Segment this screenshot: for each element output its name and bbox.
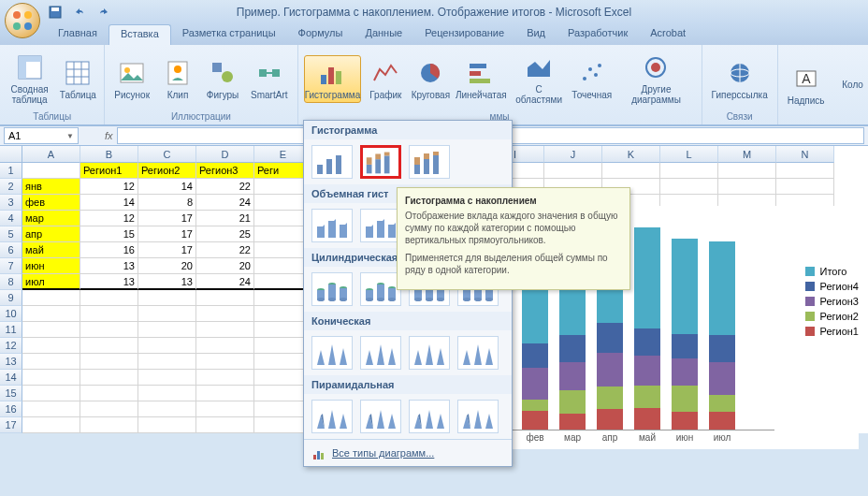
cell[interactable]: 24 xyxy=(196,195,254,211)
scatter-chart-button[interactable]: Точечная xyxy=(571,56,613,102)
cell[interactable]: 14 xyxy=(80,195,138,211)
tab-разработчик[interactable]: Разработчик xyxy=(557,24,639,45)
chart-subtype-option[interactable] xyxy=(360,145,401,179)
col-header[interactable]: D xyxy=(196,146,254,163)
cell[interactable] xyxy=(80,322,138,338)
col-header[interactable]: L xyxy=(660,146,718,163)
cell[interactable]: 12 xyxy=(80,211,138,226)
cell[interactable] xyxy=(138,338,196,354)
cell[interactable] xyxy=(80,306,138,322)
cell[interactable] xyxy=(138,306,196,322)
tab-рецензирование[interactable]: Рецензирование xyxy=(413,24,515,45)
cell[interactable]: 16 xyxy=(80,242,138,258)
cell[interactable] xyxy=(776,163,834,179)
pivot-table-button[interactable]: Сводная таблица xyxy=(6,51,53,107)
col-header[interactable]: N xyxy=(776,146,834,163)
save-icon[interactable] xyxy=(47,4,64,21)
cell[interactable] xyxy=(22,338,80,354)
cell[interactable]: июл xyxy=(22,274,80,290)
chart-subtype-option[interactable] xyxy=(311,209,353,242)
chart-subtype-option[interactable] xyxy=(360,400,401,433)
cell[interactable] xyxy=(80,338,138,354)
cell[interactable] xyxy=(196,338,254,354)
cell[interactable] xyxy=(196,386,254,401)
cell[interactable] xyxy=(196,322,254,338)
name-box[interactable]: A1▼ xyxy=(4,127,79,144)
cell[interactable]: фев xyxy=(22,195,80,211)
cell[interactable]: 21 xyxy=(196,211,254,226)
line-chart-button[interactable]: График xyxy=(365,56,406,102)
row-header[interactable]: 12 xyxy=(0,338,22,354)
row-header[interactable]: 11 xyxy=(0,322,22,338)
cell[interactable] xyxy=(138,290,196,306)
cell[interactable]: 24 xyxy=(196,274,254,290)
cell[interactable]: апр xyxy=(22,226,80,242)
tab-главная[interactable]: Главная xyxy=(47,24,108,45)
cell[interactable] xyxy=(80,401,138,417)
cell[interactable] xyxy=(138,370,196,386)
textbox-button[interactable]: A Надпись xyxy=(784,62,829,108)
undo-icon[interactable] xyxy=(71,4,88,21)
select-all-corner[interactable] xyxy=(0,146,22,163)
cell[interactable]: 22 xyxy=(196,179,254,195)
pie-chart-button[interactable]: Круговая xyxy=(410,56,451,102)
tab-формулы[interactable]: Формулы xyxy=(287,24,354,45)
cell[interactable] xyxy=(544,163,602,179)
cell[interactable] xyxy=(718,163,776,179)
chart-subtype-option[interactable] xyxy=(409,400,450,433)
row-header[interactable]: 2 xyxy=(0,179,22,195)
cell[interactable] xyxy=(80,386,138,401)
cell[interactable] xyxy=(138,386,196,401)
bar-chart-button[interactable]: Линейчатая xyxy=(455,56,507,102)
chart-subtype-option[interactable] xyxy=(311,272,353,306)
cell[interactable] xyxy=(138,322,196,338)
chart-subtype-option[interactable] xyxy=(409,336,450,370)
histogram-button[interactable]: Гистограмма xyxy=(304,55,362,103)
cell[interactable] xyxy=(196,306,254,322)
cell[interactable] xyxy=(196,417,254,433)
cell[interactable]: Регион3 xyxy=(196,163,254,179)
legend-item[interactable]: Регион1 xyxy=(805,326,859,337)
cell[interactable] xyxy=(776,179,834,195)
clip-button[interactable]: Клип xyxy=(157,56,198,102)
cell[interactable] xyxy=(22,354,80,370)
col-header[interactable]: B xyxy=(80,146,138,163)
other-charts-button[interactable]: Другие диаграммы xyxy=(616,51,695,107)
bar-stack[interactable] xyxy=(634,227,660,430)
cell[interactable]: Регион2 xyxy=(138,163,196,179)
office-button[interactable] xyxy=(5,3,40,38)
cell[interactable]: Регион1 xyxy=(80,163,138,179)
cell[interactable] xyxy=(22,290,80,306)
row-header[interactable]: 10 xyxy=(0,306,22,322)
cell[interactable]: 25 xyxy=(196,226,254,242)
cell[interactable] xyxy=(22,322,80,338)
cell[interactable] xyxy=(80,417,138,433)
cell[interactable]: 22 xyxy=(196,242,254,258)
chevron-down-icon[interactable]: ▼ xyxy=(66,132,74,140)
row-header[interactable]: 7 xyxy=(0,258,22,274)
cell[interactable]: 20 xyxy=(196,258,254,274)
cell[interactable]: 20 xyxy=(138,258,196,274)
cell[interactable] xyxy=(196,354,254,370)
col-header[interactable]: C xyxy=(138,146,196,163)
hyperlink-button[interactable]: Гиперссылка xyxy=(708,56,772,102)
col-header[interactable]: J xyxy=(544,146,602,163)
cell[interactable]: 13 xyxy=(138,274,196,290)
row-header[interactable]: 14 xyxy=(0,370,22,386)
chart-subtype-option[interactable] xyxy=(360,272,401,306)
cell[interactable]: 15 xyxy=(80,226,138,242)
cell[interactable]: 17 xyxy=(138,226,196,242)
cell[interactable] xyxy=(138,401,196,417)
cell[interactable]: 17 xyxy=(138,242,196,258)
legend-item[interactable]: Регион3 xyxy=(805,296,859,307)
row-header[interactable]: 16 xyxy=(0,401,22,417)
row-header[interactable]: 6 xyxy=(0,242,22,258)
cell[interactable] xyxy=(196,290,254,306)
cell[interactable] xyxy=(660,179,718,195)
chart-subtype-option[interactable] xyxy=(409,145,450,179)
cell[interactable] xyxy=(22,386,80,401)
picture-button[interactable]: Рисунок xyxy=(110,56,153,102)
row-header[interactable]: 9 xyxy=(0,290,22,306)
cell[interactable] xyxy=(22,306,80,322)
cell[interactable] xyxy=(138,417,196,433)
